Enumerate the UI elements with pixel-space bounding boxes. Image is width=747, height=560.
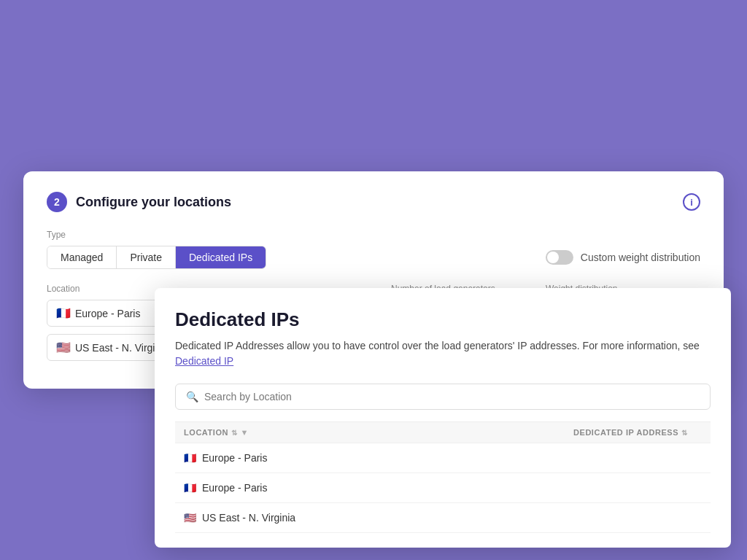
type-btn-private[interactable]: Private	[117, 246, 176, 268]
info-icon[interactable]: i	[683, 193, 700, 211]
type-row: Managed Private Dedicated IPs Custom wei…	[47, 246, 700, 269]
ip-location-0: 🇫🇷 Europe - Paris	[184, 452, 556, 464]
search-icon: 🔍	[186, 391, 198, 402]
ip-flag-2: 🇺🇸	[184, 512, 196, 524]
overlay-desc-text: Dedicated IP Addresses allow you to have…	[175, 340, 700, 351]
ip-table-row-0: 🇫🇷 Europe - Paris	[175, 443, 711, 473]
custom-weight-label: Custom weight distribution	[581, 252, 700, 263]
ip-location-1: 🇫🇷 Europe - Paris	[184, 482, 556, 494]
search-bar: 🔍	[175, 384, 711, 410]
overlay-title: Dedicated IPs	[175, 308, 711, 331]
dedicated-ips-panel: Dedicated IPs Dedicated IP Addresses all…	[155, 288, 731, 548]
ip-table-row-2: 🇺🇸 US East - N. Virginia	[175, 503, 711, 533]
type-label: Type	[47, 230, 700, 240]
custom-weight-toggle[interactable]	[546, 250, 573, 265]
th-location: LOCATION ⇅ ▼	[175, 428, 565, 437]
custom-weight-toggle-row: Custom weight distribution	[546, 250, 700, 265]
flag-1: 🇺🇸	[56, 341, 71, 354]
type-btn-managed[interactable]: Managed	[47, 246, 117, 268]
ip-table-header: LOCATION ⇅ ▼ DEDICATED IP ADDRESS ⇅	[175, 421, 711, 443]
ip-location-2: 🇺🇸 US East - N. Virginia	[184, 512, 556, 524]
ip-flag-0: 🇫🇷	[184, 452, 196, 464]
type-section: Type Managed Private Dedicated IPs Custo…	[47, 230, 700, 269]
ip-flag-1: 🇫🇷	[184, 482, 196, 494]
th-ip: DEDICATED IP ADDRESS ⇅	[565, 428, 711, 437]
filter-icon-location[interactable]: ▼	[241, 428, 249, 437]
search-input[interactable]	[204, 391, 700, 402]
step-badge: 2	[47, 192, 67, 212]
sort-icon-ip[interactable]: ⇅	[681, 429, 688, 437]
location-name-0: Europe - Paris	[75, 308, 140, 319]
main-card: 2 Configure your locations i Type Manage…	[23, 171, 724, 389]
ip-table-row-1: 🇫🇷 Europe - Paris	[175, 473, 711, 503]
dedicated-ip-link[interactable]: Dedicated IP	[175, 355, 233, 367]
sort-icon-location[interactable]: ⇅	[231, 429, 238, 437]
type-buttons: Managed Private Dedicated IPs	[47, 246, 266, 269]
flag-0: 🇫🇷	[56, 307, 71, 319]
overlay-desc: Dedicated IP Addresses allow you to have…	[175, 338, 711, 369]
step-left: 2 Configure your locations	[47, 192, 231, 212]
type-btn-dedicated[interactable]: Dedicated IPs	[176, 246, 266, 268]
page-title: Configure your locations	[76, 195, 231, 210]
step-header: 2 Configure your locations i	[47, 192, 700, 212]
